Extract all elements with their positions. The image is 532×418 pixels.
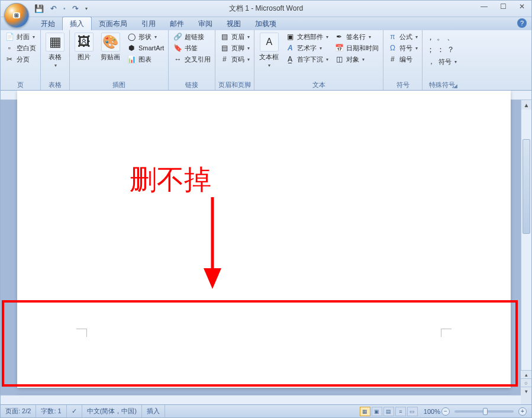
shapes-button[interactable]: ◯形状▾: [125, 31, 166, 42]
group-links-title: 链接: [171, 79, 212, 90]
crossref-button[interactable]: ↔交叉引用: [171, 54, 212, 65]
status-page[interactable]: 页面: 2/2: [1, 405, 36, 417]
undo-icon[interactable]: ↶: [48, 4, 59, 14]
equation-icon: π: [388, 32, 397, 41]
next-page-icon[interactable]: ▾: [521, 387, 531, 395]
window-controls: — ☐ ✕: [475, 1, 531, 12]
tab-review[interactable]: 审阅: [191, 17, 220, 30]
chart-label: 图表: [138, 55, 151, 64]
cover-page-button[interactable]: 📄封面▾: [3, 31, 38, 42]
svg-marker-1: [204, 268, 221, 289]
scroll-up-icon[interactable]: ▲: [521, 100, 531, 110]
dropdown-icon: ▾: [54, 63, 57, 68]
tab-insert[interactable]: 插入: [62, 17, 92, 30]
page-break-button[interactable]: ✂分页: [3, 54, 38, 65]
zoom-knob[interactable]: [483, 408, 488, 415]
number-button[interactable]: #编号: [386, 54, 420, 65]
office-button[interactable]: ⊞: [4, 3, 29, 28]
group-special: ， 。 、 ； ： ？ ，符号▾ 特殊符号◢: [423, 30, 461, 90]
table-button[interactable]: ▦ 表格 ▾: [43, 31, 67, 69]
zoom-in-button[interactable]: +: [518, 407, 527, 416]
quickparts-button[interactable]: ▣文档部件▾: [283, 31, 330, 42]
dropdown-icon: ▾: [326, 57, 328, 62]
group-tables: ▦ 表格 ▾ 表格: [41, 30, 70, 90]
maximize-button[interactable]: ☐: [494, 1, 512, 12]
zoom-out-button[interactable]: −: [441, 407, 450, 416]
object-label: 对象: [346, 55, 359, 64]
view-print-layout-icon[interactable]: ▦: [360, 407, 370, 416]
vertical-scrollbar[interactable]: ▲ ▼: [521, 100, 531, 395]
browse-object-icon[interactable]: ○: [521, 378, 531, 387]
pagenum-button[interactable]: #页码▾: [218, 54, 252, 65]
view-full-screen-icon[interactable]: ▣: [372, 407, 382, 416]
status-proof-icon[interactable]: ✓: [67, 405, 82, 417]
tab-references[interactable]: 引用: [134, 17, 163, 30]
scroll-thumb[interactable]: [523, 139, 530, 234]
ribbon: 📄封面▾ ▫空白页 ✂分页 页 ▦ 表格 ▾ 表格 🖼图片 🎨剪贴画: [1, 30, 531, 91]
bookmark-button[interactable]: 🔖书签: [171, 43, 212, 53]
special-row2[interactable]: ； ： ？: [425, 44, 459, 56]
chart-button[interactable]: 📊图表: [125, 54, 166, 65]
dropdown-icon: ▾: [415, 46, 418, 51]
close-button[interactable]: ✕: [512, 1, 531, 12]
help-icon[interactable]: ?: [517, 18, 527, 28]
dropdown-icon: ▾: [247, 46, 250, 51]
zoom-level[interactable]: 100%: [424, 408, 440, 415]
quick-access-toolbar: 💾 ↶ • ↷ ▾: [34, 4, 89, 14]
dropcap-icon: A̲: [285, 54, 295, 64]
dropdown-icon: ▾: [320, 46, 322, 51]
sigline-button[interactable]: ✒签名行▾: [333, 31, 381, 42]
sigline-icon: ✒: [334, 32, 344, 41]
special-row1[interactable]: ， 。 、: [425, 31, 459, 43]
clipart-button[interactable]: 🎨剪贴画: [98, 31, 122, 63]
blank-page-icon: ▫: [5, 43, 14, 53]
prev-page-icon[interactable]: ▴: [521, 370, 531, 378]
wordart-button[interactable]: A艺术字▾: [283, 43, 330, 53]
redo-icon[interactable]: ↷: [70, 4, 81, 14]
tab-addins[interactable]: 加载项: [248, 17, 283, 30]
status-bar: 页面: 2/2 字数: 1 ✓ 中文(简体，中国) 插入 ▦ ▣ ▤ ≡ ▭ 1…: [1, 404, 531, 417]
hyperlink-button[interactable]: 🔗超链接: [171, 31, 212, 42]
zoom-slider[interactable]: [454, 410, 514, 413]
dropcap-button[interactable]: A̲首字下沉▾: [283, 54, 330, 65]
blank-page-button[interactable]: ▫空白页: [3, 43, 38, 53]
equation-button[interactable]: π公式▾: [386, 31, 420, 42]
browse-nav: ▴ ○ ▾: [521, 370, 531, 395]
horizontal-scrollbar[interactable]: [1, 395, 521, 404]
status-words[interactable]: 字数: 1: [36, 405, 66, 417]
minimize-button[interactable]: —: [475, 1, 494, 12]
tab-mailings[interactable]: 邮件: [163, 17, 191, 30]
group-launcher-icon[interactable]: ◢: [453, 83, 457, 89]
view-outline-icon[interactable]: ≡: [395, 407, 406, 416]
page-break-label: 分页: [17, 55, 30, 64]
cover-page-label: 封面: [17, 33, 30, 41]
status-language[interactable]: 中文(简体，中国): [82, 405, 142, 417]
annotation-arrow-icon: [195, 197, 230, 292]
tab-home[interactable]: 开始: [34, 17, 62, 30]
qat-dropdown-icon[interactable]: ▾: [85, 6, 88, 11]
blank-page-label: 空白页: [17, 44, 36, 53]
scroll-track[interactable]: [521, 110, 531, 385]
view-web-layout-icon[interactable]: ▤: [383, 407, 394, 416]
datetime-button[interactable]: 📅日期和时间: [333, 43, 381, 53]
tab-page-layout[interactable]: 页面布局: [92, 17, 134, 30]
header-button[interactable]: ▤页眉▾: [218, 31, 252, 42]
smartart-button[interactable]: ⬢SmartArt: [125, 43, 166, 53]
dropdown-icon: ▾: [362, 57, 365, 62]
save-icon[interactable]: 💾: [34, 4, 44, 14]
symbol-icon: Ω: [388, 43, 397, 53]
dropdown-icon: ▾: [247, 57, 250, 62]
object-button[interactable]: ◫对象▾: [333, 54, 381, 65]
wordart-icon: A: [285, 43, 295, 53]
group-illustrations-title: 插图: [72, 79, 166, 90]
view-draft-icon[interactable]: ▭: [407, 407, 418, 416]
shapes-icon: ◯: [127, 32, 136, 41]
footer-button[interactable]: ▤页脚▾: [218, 43, 252, 53]
picture-button[interactable]: 🖼图片: [72, 31, 96, 63]
status-insert-mode[interactable]: 插入: [142, 405, 165, 417]
symbol-button[interactable]: Ω符号▾: [386, 43, 420, 53]
textbox-button[interactable]: A文本框▾: [257, 31, 281, 69]
tab-view[interactable]: 视图: [220, 17, 248, 30]
special-symbol-button[interactable]: ，符号▾: [425, 56, 459, 67]
number-icon: #: [388, 54, 397, 64]
